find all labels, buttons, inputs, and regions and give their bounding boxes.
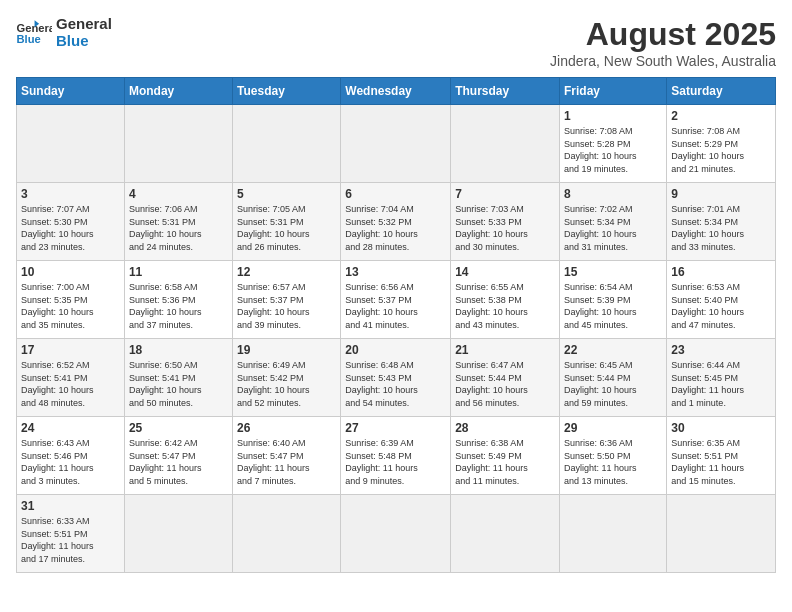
day-info: Sunrise: 7:08 AM Sunset: 5:28 PM Dayligh… [564, 125, 662, 175]
calendar-week-row: 24Sunrise: 6:43 AM Sunset: 5:46 PM Dayli… [17, 417, 776, 495]
day-number: 24 [21, 421, 120, 435]
day-of-week-header: Wednesday [341, 78, 451, 105]
calendar-cell [233, 495, 341, 573]
day-info: Sunrise: 6:48 AM Sunset: 5:43 PM Dayligh… [345, 359, 446, 409]
day-of-week-header: Monday [124, 78, 232, 105]
day-number: 10 [21, 265, 120, 279]
day-number: 25 [129, 421, 228, 435]
day-number: 27 [345, 421, 446, 435]
calendar-cell: 19Sunrise: 6:49 AM Sunset: 5:42 PM Dayli… [233, 339, 341, 417]
day-of-week-header: Saturday [667, 78, 776, 105]
calendar-week-row: 1Sunrise: 7:08 AM Sunset: 5:28 PM Daylig… [17, 105, 776, 183]
day-info: Sunrise: 6:45 AM Sunset: 5:44 PM Dayligh… [564, 359, 662, 409]
logo: General Blue General Blue [16, 16, 112, 49]
day-info: Sunrise: 7:07 AM Sunset: 5:30 PM Dayligh… [21, 203, 120, 253]
day-number: 14 [455, 265, 555, 279]
calendar-cell: 29Sunrise: 6:36 AM Sunset: 5:50 PM Dayli… [560, 417, 667, 495]
calendar-week-row: 17Sunrise: 6:52 AM Sunset: 5:41 PM Dayli… [17, 339, 776, 417]
day-info: Sunrise: 6:49 AM Sunset: 5:42 PM Dayligh… [237, 359, 336, 409]
calendar-cell: 10Sunrise: 7:00 AM Sunset: 5:35 PM Dayli… [17, 261, 125, 339]
calendar-cell: 16Sunrise: 6:53 AM Sunset: 5:40 PM Dayli… [667, 261, 776, 339]
logo-icon: General Blue [16, 19, 52, 47]
calendar-cell: 2Sunrise: 7:08 AM Sunset: 5:29 PM Daylig… [667, 105, 776, 183]
day-number: 26 [237, 421, 336, 435]
calendar-cell: 4Sunrise: 7:06 AM Sunset: 5:31 PM Daylig… [124, 183, 232, 261]
calendar-cell: 24Sunrise: 6:43 AM Sunset: 5:46 PM Dayli… [17, 417, 125, 495]
calendar-cell: 26Sunrise: 6:40 AM Sunset: 5:47 PM Dayli… [233, 417, 341, 495]
calendar-cell: 6Sunrise: 7:04 AM Sunset: 5:32 PM Daylig… [341, 183, 451, 261]
day-info: Sunrise: 6:47 AM Sunset: 5:44 PM Dayligh… [455, 359, 555, 409]
calendar-cell [560, 495, 667, 573]
calendar-cell: 9Sunrise: 7:01 AM Sunset: 5:34 PM Daylig… [667, 183, 776, 261]
day-number: 9 [671, 187, 771, 201]
day-of-week-header: Friday [560, 78, 667, 105]
day-number: 20 [345, 343, 446, 357]
day-number: 3 [21, 187, 120, 201]
calendar-cell: 21Sunrise: 6:47 AM Sunset: 5:44 PM Dayli… [451, 339, 560, 417]
calendar-header-row: SundayMondayTuesdayWednesdayThursdayFrid… [17, 78, 776, 105]
day-info: Sunrise: 6:54 AM Sunset: 5:39 PM Dayligh… [564, 281, 662, 331]
day-info: Sunrise: 6:57 AM Sunset: 5:37 PM Dayligh… [237, 281, 336, 331]
day-info: Sunrise: 6:52 AM Sunset: 5:41 PM Dayligh… [21, 359, 120, 409]
day-info: Sunrise: 7:08 AM Sunset: 5:29 PM Dayligh… [671, 125, 771, 175]
day-number: 19 [237, 343, 336, 357]
calendar-cell [451, 495, 560, 573]
day-number: 8 [564, 187, 662, 201]
calendar-cell: 14Sunrise: 6:55 AM Sunset: 5:38 PM Dayli… [451, 261, 560, 339]
day-number: 28 [455, 421, 555, 435]
day-info: Sunrise: 7:04 AM Sunset: 5:32 PM Dayligh… [345, 203, 446, 253]
calendar-cell: 22Sunrise: 6:45 AM Sunset: 5:44 PM Dayli… [560, 339, 667, 417]
logo-general-text: General [56, 16, 112, 33]
calendar-cell: 15Sunrise: 6:54 AM Sunset: 5:39 PM Dayli… [560, 261, 667, 339]
day-info: Sunrise: 6:50 AM Sunset: 5:41 PM Dayligh… [129, 359, 228, 409]
calendar-cell [124, 495, 232, 573]
page-header: General Blue General Blue August 2025 Ji… [16, 16, 776, 69]
calendar-cell [17, 105, 125, 183]
day-number: 11 [129, 265, 228, 279]
day-info: Sunrise: 6:55 AM Sunset: 5:38 PM Dayligh… [455, 281, 555, 331]
day-number: 17 [21, 343, 120, 357]
day-info: Sunrise: 6:44 AM Sunset: 5:45 PM Dayligh… [671, 359, 771, 409]
day-number: 1 [564, 109, 662, 123]
day-number: 12 [237, 265, 336, 279]
day-info: Sunrise: 6:42 AM Sunset: 5:47 PM Dayligh… [129, 437, 228, 487]
day-info: Sunrise: 6:33 AM Sunset: 5:51 PM Dayligh… [21, 515, 120, 565]
day-info: Sunrise: 7:06 AM Sunset: 5:31 PM Dayligh… [129, 203, 228, 253]
day-number: 5 [237, 187, 336, 201]
calendar-cell [233, 105, 341, 183]
day-info: Sunrise: 6:38 AM Sunset: 5:49 PM Dayligh… [455, 437, 555, 487]
calendar-week-row: 3Sunrise: 7:07 AM Sunset: 5:30 PM Daylig… [17, 183, 776, 261]
calendar-table: SundayMondayTuesdayWednesdayThursdayFrid… [16, 77, 776, 573]
day-number: 13 [345, 265, 446, 279]
day-number: 4 [129, 187, 228, 201]
day-info: Sunrise: 6:58 AM Sunset: 5:36 PM Dayligh… [129, 281, 228, 331]
day-number: 31 [21, 499, 120, 513]
calendar-cell [667, 495, 776, 573]
day-number: 2 [671, 109, 771, 123]
day-of-week-header: Thursday [451, 78, 560, 105]
calendar-cell: 30Sunrise: 6:35 AM Sunset: 5:51 PM Dayli… [667, 417, 776, 495]
calendar-cell: 17Sunrise: 6:52 AM Sunset: 5:41 PM Dayli… [17, 339, 125, 417]
day-info: Sunrise: 7:02 AM Sunset: 5:34 PM Dayligh… [564, 203, 662, 253]
calendar-cell: 20Sunrise: 6:48 AM Sunset: 5:43 PM Dayli… [341, 339, 451, 417]
day-info: Sunrise: 7:01 AM Sunset: 5:34 PM Dayligh… [671, 203, 771, 253]
day-number: 6 [345, 187, 446, 201]
day-info: Sunrise: 6:43 AM Sunset: 5:46 PM Dayligh… [21, 437, 120, 487]
day-number: 30 [671, 421, 771, 435]
calendar-cell: 7Sunrise: 7:03 AM Sunset: 5:33 PM Daylig… [451, 183, 560, 261]
day-info: Sunrise: 6:56 AM Sunset: 5:37 PM Dayligh… [345, 281, 446, 331]
calendar-cell: 13Sunrise: 6:56 AM Sunset: 5:37 PM Dayli… [341, 261, 451, 339]
day-info: Sunrise: 6:36 AM Sunset: 5:50 PM Dayligh… [564, 437, 662, 487]
svg-text:Blue: Blue [17, 32, 41, 44]
calendar-cell: 12Sunrise: 6:57 AM Sunset: 5:37 PM Dayli… [233, 261, 341, 339]
logo-blue-text: Blue [56, 33, 112, 50]
day-info: Sunrise: 7:00 AM Sunset: 5:35 PM Dayligh… [21, 281, 120, 331]
calendar-cell: 23Sunrise: 6:44 AM Sunset: 5:45 PM Dayli… [667, 339, 776, 417]
calendar-cell [341, 495, 451, 573]
day-number: 23 [671, 343, 771, 357]
calendar-cell [124, 105, 232, 183]
day-info: Sunrise: 6:53 AM Sunset: 5:40 PM Dayligh… [671, 281, 771, 331]
location-text: Jindera, New South Wales, Australia [550, 53, 776, 69]
calendar-cell: 25Sunrise: 6:42 AM Sunset: 5:47 PM Dayli… [124, 417, 232, 495]
svg-text:General: General [17, 21, 53, 33]
